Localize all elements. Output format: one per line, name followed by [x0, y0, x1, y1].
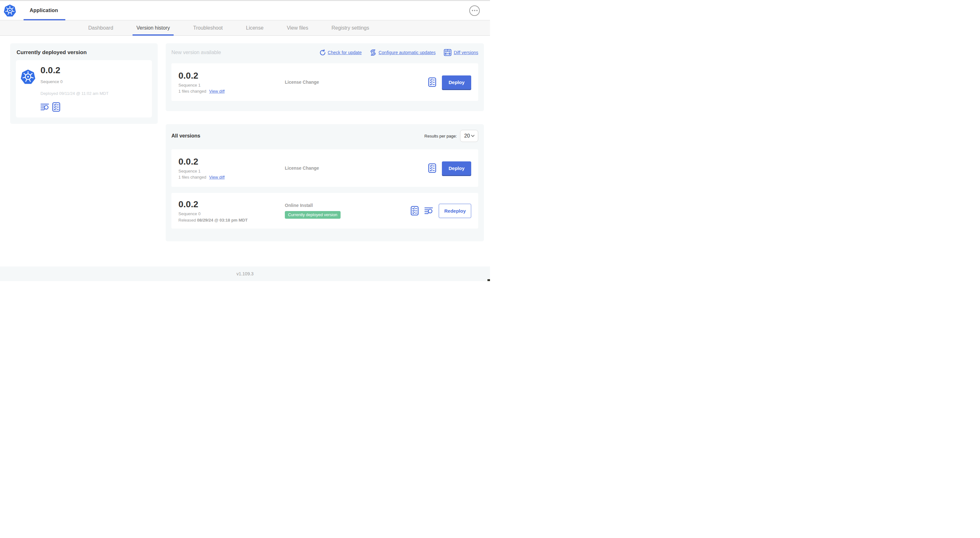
app-page: Application Dashboard Version history Tr… [0, 0, 490, 281]
preflight-checks-button[interactable] [428, 163, 436, 173]
overflow-menu-button[interactable] [469, 5, 480, 16]
all-versions-panel: All versions Results per page: 20 [165, 124, 484, 241]
tab-registry-settings[interactable]: Registry settings [328, 21, 373, 35]
deploy-button[interactable]: Deploy [442, 75, 471, 89]
version-label: 0.0.2 [178, 199, 285, 209]
tab-troubleshoot[interactable]: Troubleshoot [189, 21, 226, 35]
tab-license[interactable]: License [242, 21, 267, 35]
kubernetes-logo-icon [3, 4, 16, 17]
main-content: Currently deployed version 0.0.2 Sequenc… [0, 36, 490, 254]
logs-icon [40, 103, 49, 111]
new-version-row: 0.0.2 Sequence 1 1 files changed View di… [172, 63, 478, 101]
results-per-page-label: Results per page: [424, 134, 457, 138]
currently-deployed-title: Currently deployed version [17, 49, 152, 56]
preflight-checks-button[interactable] [428, 77, 436, 87]
active-app-underline [24, 19, 65, 21]
released-timestamp: Released 08/29/24 @ 03:18 pm MDT [178, 218, 285, 222]
diff-versions-link[interactable]: Diff versions [444, 49, 478, 56]
redeploy-button[interactable]: Redeploy [439, 204, 471, 218]
auto-update-icon [370, 49, 376, 56]
tab-view-files[interactable]: View files [283, 21, 312, 35]
app-title[interactable]: Application [30, 8, 58, 13]
version-row: 0.0.2 Sequence 0 Released 08/29/24 @ 03:… [172, 193, 478, 229]
tab-version-history[interactable]: Version history [132, 21, 173, 35]
currently-deployed-badge: Currently deployed version [285, 211, 340, 219]
results-per-page-select[interactable]: 20 [460, 130, 478, 142]
new-version-panel: New version available Check for update C… [165, 43, 484, 111]
preflight-checks-icon [428, 77, 436, 87]
footer: v1.109.3 [0, 267, 490, 281]
deploy-logs-button[interactable] [424, 207, 433, 214]
tab-bar: Dashboard Version history Troubleshoot L… [0, 21, 490, 36]
version-label: 0.0.2 [178, 157, 285, 167]
version-label: 0.0.2 [178, 71, 285, 81]
change-type-label: License Change [285, 79, 428, 85]
console-version-label: v1.109.3 [236, 271, 254, 276]
change-type-label: License Change [285, 165, 428, 171]
preflight-checks-icon [52, 102, 60, 112]
currently-deployed-panel: Currently deployed version 0.0.2 Sequenc… [10, 43, 158, 124]
tab-dashboard[interactable]: Dashboard [84, 21, 117, 35]
new-version-title: New version available [172, 50, 221, 56]
sequence-label: Sequence 0 [178, 211, 285, 216]
version-row: 0.0.2 Sequence 1 1 files changed View di… [172, 149, 478, 187]
deployed-sequence-label: Sequence 0 [40, 79, 109, 84]
configure-automatic-updates-link[interactable]: Configure automatic updates [370, 49, 436, 56]
deploy-button[interactable]: Deploy [442, 161, 471, 175]
refresh-icon [319, 49, 326, 56]
ellipsis-icon [472, 10, 473, 11]
logs-icon [424, 207, 433, 214]
files-changed-label: 1 files changed [178, 89, 206, 94]
check-for-update-link[interactable]: Check for update [319, 49, 362, 56]
install-type-label: Online Install [285, 203, 410, 208]
view-diff-link[interactable]: View diff [209, 89, 224, 94]
currently-deployed-card: 0.0.2 Sequence 0 Deployed 09/11/24 @ 11:… [16, 60, 152, 117]
app-logo-icon [21, 69, 36, 84]
preflight-checks-button[interactable] [52, 102, 60, 112]
navbar: Application [0, 1, 490, 21]
all-versions-title: All versions [172, 133, 200, 139]
sequence-label: Sequence 1 [178, 169, 285, 173]
view-diff-link[interactable]: View diff [209, 175, 224, 179]
preflight-checks-button[interactable] [410, 206, 418, 216]
preflight-checks-icon [410, 206, 418, 216]
diff-icon [444, 49, 452, 56]
preflight-checks-icon [428, 163, 436, 173]
deploy-logs-button[interactable] [40, 103, 49, 111]
files-changed-label: 1 files changed [178, 175, 206, 179]
deployed-timestamp: Deployed 09/11/24 @ 11:02 am MDT [40, 91, 109, 96]
chevron-down-icon [471, 135, 475, 137]
deployed-version-label: 0.0.2 [40, 65, 109, 75]
screen-artifact [487, 279, 490, 281]
sequence-label: Sequence 1 [178, 83, 285, 87]
